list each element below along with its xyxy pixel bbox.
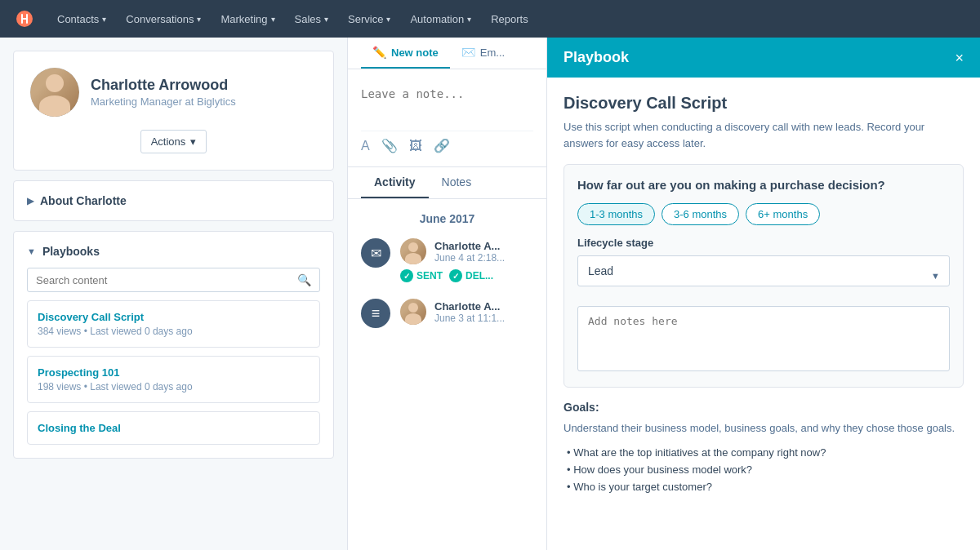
options-group: 1-3 months 3-6 months 6+ months (577, 203, 950, 225)
link-icon[interactable]: 🔗 (434, 138, 450, 153)
playbook-panel-header: Playbook × (547, 38, 980, 78)
contact-title: Marketing Manager at Biglytics (91, 95, 317, 108)
chevron-down-icon: ▾ (324, 15, 328, 24)
playbook-item-title: Closing the Deal (38, 422, 310, 434)
chevron-down-icon: ▼ (27, 246, 36, 256)
nav-automation[interactable]: Automation ▾ (400, 0, 481, 38)
playbooks-section-label: Playbooks (42, 245, 100, 258)
nav-conversations[interactable]: Conversations ▾ (116, 0, 211, 38)
tab-activity[interactable]: Activity (361, 167, 429, 198)
chevron-down-icon: ▾ (386, 15, 390, 24)
avatar-small (400, 238, 426, 264)
about-section[interactable]: ▶ About Charlotte (13, 180, 334, 221)
timeline-contact-name: Charlotte A... (434, 240, 505, 252)
timeline-date: June 2017 (361, 212, 533, 225)
nav-contacts[interactable]: Contacts ▾ (47, 0, 116, 38)
playbook-item-discovery[interactable]: Discovery Call Script 384 views • Last v… (27, 300, 320, 348)
chevron-down-icon: ▾ (102, 15, 106, 24)
note-icon: ≡ (361, 299, 390, 328)
timeline-item-content: Charlotte A... June 4 at 2:18... ✓ SENT … (400, 238, 533, 282)
main-layout: Charlotte Arrowood Marketing Manager at … (0, 38, 980, 550)
playbook-item-title: Discovery Call Script (38, 311, 310, 323)
delivered-badge: ✓ DEL... (449, 269, 493, 282)
lifecycle-label: Lifecycle stage (577, 237, 950, 249)
chevron-down-icon: ▾ (190, 135, 196, 148)
chevron-down-icon: ▾ (271, 15, 275, 24)
search-input[interactable] (36, 274, 291, 286)
avatar (30, 68, 79, 117)
check-icon: ✓ (449, 269, 462, 282)
chevron-down-icon: ▾ (197, 15, 201, 24)
timeline: June 2017 ✉ Charlotte A... June 4 at 2:1… (348, 199, 546, 550)
note-toolbar: A 📎 🖼 🔗 (361, 131, 533, 157)
playbook-body: Discovery Call Script Use this script wh… (547, 78, 980, 550)
timeline-contact-name: Charlotte A... (434, 300, 505, 313)
timeline-item-content: Charlotte A... June 3 at 11:1... (400, 299, 533, 325)
playbook-item-title: Prospecting 101 (38, 366, 310, 379)
timeline-item-note: ≡ Charlotte A... June 3 at 11:1... (361, 299, 533, 328)
image-icon[interactable]: 🖼 (409, 139, 422, 153)
actions-button[interactable]: Actions ▾ (140, 130, 207, 153)
question-text: How far out are you on making a purchase… (577, 178, 950, 192)
timeline-item-email: ✉ Charlotte A... June 4 at 2:18... ✓ SEN… (361, 238, 533, 282)
search-bar: 🔍 (27, 268, 320, 292)
contact-name: Charlotte Arrowood (91, 77, 317, 94)
note-tabs: ✏️ New note ✉️ Em... (348, 38, 546, 69)
nav-service[interactable]: Service ▾ (338, 0, 400, 38)
lifecycle-select-wrapper: Lead (577, 255, 950, 296)
attachment-icon[interactable]: 📎 (381, 138, 398, 153)
nav-marketing[interactable]: Marketing ▾ (211, 0, 284, 38)
avatar-small (400, 299, 426, 325)
script-title: Discovery Call Script (564, 94, 964, 113)
email-icon: ✉ (361, 238, 390, 268)
activity-tabs: Activity Notes (348, 167, 546, 199)
contact-info: Charlotte Arrowood Marketing Manager at … (91, 77, 317, 108)
note-input[interactable] (361, 79, 533, 128)
tab-email[interactable]: ✉️ Em... (450, 38, 516, 69)
contact-card: Charlotte Arrowood Marketing Manager at … (13, 51, 334, 171)
note-area: A 📎 🖼 🔗 (348, 69, 546, 167)
sent-badge: ✓ SENT (400, 269, 443, 282)
timeline-badges: ✓ SENT ✓ DEL... (400, 269, 533, 282)
search-icon: 🔍 (297, 273, 311, 286)
hubspot-logo[interactable] (13, 7, 36, 30)
chevron-right-icon: ▶ (27, 196, 33, 206)
left-panel: Charlotte Arrowood Marketing Manager at … (0, 38, 347, 550)
bullet-item: • What are the top initiatives at the co… (564, 446, 964, 459)
close-button[interactable]: × (955, 51, 964, 65)
nav-reports[interactable]: Reports (481, 0, 538, 38)
timeline-time: June 3 at 11:1... (434, 313, 505, 324)
tab-notes[interactable]: Notes (429, 167, 485, 198)
about-section-header[interactable]: ▶ About Charlotte (27, 194, 320, 207)
notes-textarea[interactable] (577, 306, 950, 371)
playbook-panel: Playbook × Discovery Call Script Use thi… (547, 38, 980, 550)
option-6-plus-months[interactable]: 6+ months (746, 203, 820, 225)
lifecycle-select[interactable]: Lead (577, 255, 950, 286)
playbook-item-prospecting[interactable]: Prospecting 101 198 views • Last viewed … (27, 356, 320, 403)
goals-section: Goals: Understand their business model, … (564, 401, 964, 493)
bullet-item: • How does your business model work? (564, 464, 964, 476)
playbooks-section: ▼ Playbooks 🔍 Discovery Call Script 384 … (13, 231, 334, 459)
tab-new-note[interactable]: ✏️ New note (361, 38, 450, 69)
playbook-item-meta: 384 views • Last viewed 0 days ago (38, 326, 310, 337)
script-description: Use this script when conducting a discov… (564, 119, 964, 151)
question-card: How far out are you on making a purchase… (564, 164, 964, 388)
playbook-item-closing[interactable]: Closing the Deal (27, 411, 320, 445)
chevron-down-icon: ▾ (467, 15, 471, 24)
nav-sales[interactable]: Sales ▾ (285, 0, 339, 38)
check-icon: ✓ (400, 269, 413, 282)
option-1-3-months[interactable]: 1-3 months (577, 203, 655, 225)
playbook-panel-title: Playbook (564, 49, 629, 66)
text-format-icon[interactable]: A (361, 139, 370, 153)
top-navigation: Contacts ▾ Conversations ▾ Marketing ▾ S… (0, 0, 980, 38)
timeline-time: June 4 at 2:18... (434, 252, 505, 264)
playbooks-section-header[interactable]: ▼ Playbooks (27, 245, 320, 258)
goals-description: Understand their business model, busines… (564, 420, 964, 437)
center-panel: ✏️ New note ✉️ Em... A 📎 🖼 🔗 Activity No… (347, 38, 547, 550)
playbook-item-meta: 198 views • Last viewed 0 days ago (38, 381, 310, 393)
bullet-item: • Who is your target customer? (564, 481, 964, 493)
option-3-6-months[interactable]: 3-6 months (662, 203, 739, 225)
about-section-label: About Charlotte (40, 194, 127, 207)
contact-header: Charlotte Arrowood Marketing Manager at … (30, 68, 317, 117)
goals-title: Goals: (564, 401, 964, 414)
